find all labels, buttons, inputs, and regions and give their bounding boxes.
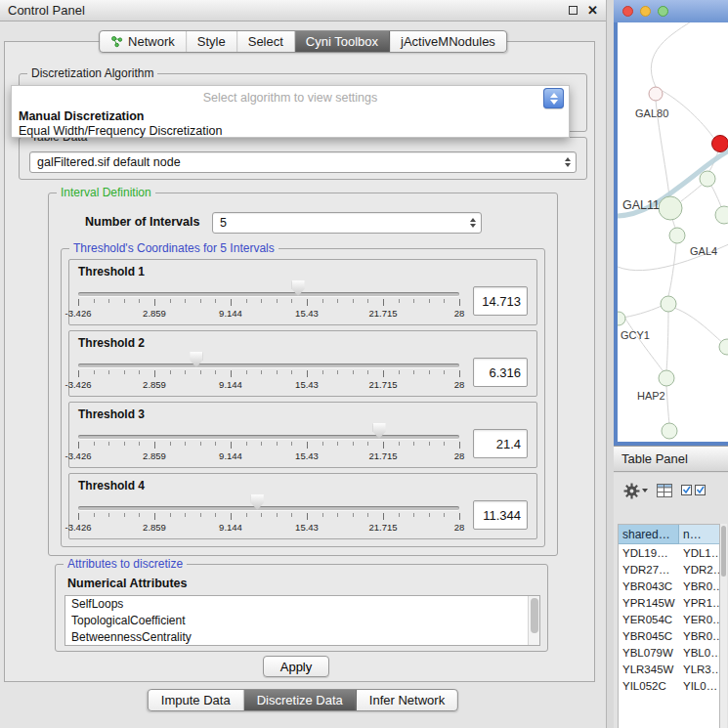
table-cell[interactable]: YER0… <box>679 611 719 627</box>
table-row[interactable]: YDR27…YDR2… <box>619 561 719 578</box>
algorithm-option-manual[interactable]: Manual Discretization <box>12 109 569 124</box>
network-node[interactable] <box>715 206 728 224</box>
threshold-3-slider[interactable]: -3.4262.8599.14415.4321.71528 <box>78 422 459 465</box>
control-panel-titlebar[interactable]: Control Panel ✕ <box>0 0 606 21</box>
network-node[interactable] <box>649 87 663 101</box>
table-cell[interactable]: YDL19… <box>619 544 679 561</box>
minimize-traffic-light-icon[interactable] <box>640 6 651 17</box>
table-cell[interactable]: YDR27… <box>619 561 679 578</box>
tab-style[interactable]: Style <box>187 31 237 52</box>
checkbox-columns-icon <box>681 485 707 497</box>
network-node[interactable] <box>659 196 682 220</box>
table-row[interactable]: YPR145WYPR1… <box>619 594 719 611</box>
tab-infer-network[interactable]: Infer Network <box>357 690 457 710</box>
threshold-4-slider[interactable]: -3.4262.8599.14415.4321.71528 <box>78 493 459 536</box>
tab-discretize-data[interactable]: Discretize Data <box>244 690 357 710</box>
column-header-shared-name[interactable]: shared… <box>619 525 679 544</box>
thresholds-group-title: Threshold's Coordinates for 5 Intervals <box>69 241 278 255</box>
slider-ticks <box>78 370 459 378</box>
table-row[interactable]: YDL19…YDL1… <box>619 544 719 561</box>
network-node[interactable] <box>618 312 625 325</box>
threshold-1-slider[interactable]: -3.4262.8599.14415.4321.71528 <box>78 279 459 322</box>
control-panel-tab-bar: Network Style Select Cyni Toolbox jActiv… <box>99 30 507 53</box>
table-cell[interactable]: YPR145W <box>619 594 679 611</box>
apply-button[interactable]: Apply <box>263 656 329 677</box>
tab-impute-data[interactable]: Impute Data <box>149 690 244 710</box>
network-node[interactable] <box>700 171 715 187</box>
table-cell[interactable]: YLR345W <box>619 661 679 677</box>
table-panel-header[interactable]: Table Panel <box>614 446 728 472</box>
slider-track[interactable] <box>78 364 459 367</box>
table-row[interactable]: YIL052CYIL0… <box>619 677 719 694</box>
table-cell[interactable]: YER054C <box>619 611 679 627</box>
slider-track[interactable] <box>78 292 459 296</box>
table-cell[interactable]: YPR1… <box>679 594 719 611</box>
close-traffic-light-icon[interactable] <box>622 6 633 17</box>
table-row[interactable]: YLR345WYLR3… <box>619 661 719 677</box>
number-of-intervals-combo[interactable]: 5 <box>212 212 482 234</box>
threshold-3-value-field[interactable]: 21.4 <box>473 429 528 458</box>
tab-network[interactable]: Network <box>100 31 187 52</box>
network-node[interactable] <box>662 423 677 439</box>
table-cell[interactable]: YIL052C <box>619 677 679 694</box>
float-window-icon[interactable] <box>569 6 578 15</box>
list-item[interactable]: BetweennessCentrality <box>65 629 539 646</box>
tab-cyni-toolbox[interactable]: Cyni Toolbox <box>295 31 390 52</box>
popup-stepper-icon[interactable] <box>543 88 564 108</box>
slider-ticks <box>78 299 459 307</box>
select-columns-button[interactable] <box>681 485 707 497</box>
table-mode-button[interactable] <box>657 484 672 497</box>
selected-network-node[interactable] <box>712 136 728 152</box>
threshold-2-slider[interactable]: -3.4262.8599.14415.4321.71528 <box>78 351 459 394</box>
table-cell[interactable]: YBR0… <box>679 578 719 594</box>
table-row[interactable]: YBL079WYBL0… <box>619 644 719 661</box>
algorithm-option-equal-width[interactable]: Equal Width/Frequency Discretization <box>12 124 569 139</box>
network-window-titlebar[interactable] <box>614 0 728 22</box>
algorithm-combo[interactable]: Select algorithm to view settings <box>12 86 569 109</box>
table-cell[interactable]: YBR0… <box>679 627 719 644</box>
list-item[interactable]: TopologicalCoefficient <box>65 613 539 629</box>
stepper-arrows-icon[interactable] <box>470 218 476 228</box>
table-cell[interactable]: YDR2… <box>679 561 719 578</box>
list-scrollbar[interactable] <box>528 596 539 645</box>
tab-jactivemnodules[interactable]: jActiveMNodules <box>390 31 506 52</box>
table-cell[interactable]: YBL079W <box>619 644 679 661</box>
close-icon[interactable]: ✕ <box>587 4 598 17</box>
list-item[interactable]: SelfLoops <box>65 596 539 613</box>
list-scrollbar-thumb[interactable] <box>531 598 538 633</box>
tab-select[interactable]: Select <box>237 31 295 52</box>
slider-track[interactable] <box>78 435 459 439</box>
zoom-traffic-light-icon[interactable] <box>658 6 668 17</box>
table-cell[interactable]: YDL1… <box>679 544 719 561</box>
threshold-4-value-field[interactable]: 11.344 <box>473 500 528 530</box>
tab-style-label: Style <box>197 34 226 49</box>
gear-menu-button[interactable] <box>623 483 648 499</box>
network-node[interactable] <box>659 370 674 386</box>
threshold-1-value-field[interactable]: 14.713 <box>473 286 528 316</box>
table-cell[interactable]: YBL0… <box>679 644 719 661</box>
number-of-intervals-label: Number of Intervals <box>85 215 199 229</box>
column-header-name[interactable]: n… <box>679 525 719 544</box>
screen: Control Panel ✕ Network Style Select Cyn… <box>0 0 728 728</box>
numerical-attributes-list[interactable]: SelfLoopsTopologicalCoefficientBetweenne… <box>64 595 540 646</box>
table-cell[interactable]: YBR043C <box>619 578 679 594</box>
threshold-2-label: Threshold 2 <box>78 336 528 350</box>
tick-label: -3.426 <box>65 308 92 319</box>
network-icon <box>110 35 123 48</box>
table-data-combo[interactable]: galFiltered.sif default node <box>29 151 577 173</box>
table-row[interactable]: YER054CYER0… <box>619 611 719 627</box>
stepper-arrows-icon[interactable] <box>565 157 571 167</box>
table-cell[interactable]: YLR3… <box>679 661 719 677</box>
table-cell[interactable]: YBR045C <box>619 627 679 644</box>
table-scrollbar-thumb[interactable] <box>721 526 726 577</box>
table-row[interactable]: YBR045CYBR0… <box>619 627 719 644</box>
network-canvas[interactable]: GAL80 GAL11 GAL4 GCY1 HAP2 <box>618 22 728 442</box>
tick-label: 21.715 <box>368 522 397 533</box>
table-scrollbar[interactable] <box>720 524 727 728</box>
table-row[interactable]: YBR043CYBR0… <box>619 578 719 594</box>
network-node[interactable] <box>661 296 676 312</box>
slider-track[interactable] <box>78 506 459 510</box>
network-node[interactable] <box>669 228 685 243</box>
table-cell[interactable]: YIL0… <box>679 677 719 694</box>
threshold-2-value-field[interactable]: 6.316 <box>473 358 528 387</box>
